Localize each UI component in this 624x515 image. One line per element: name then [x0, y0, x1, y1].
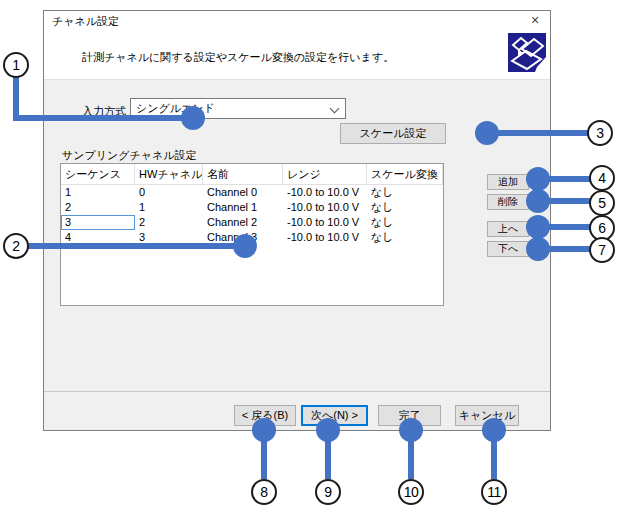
callout-dot-11: [482, 418, 506, 442]
callout-dot-1: [181, 106, 205, 130]
callout-dot-8: [252, 418, 276, 442]
column-header-scale-conversion[interactable]: スケール変換: [367, 164, 443, 184]
footer-separator: [44, 391, 550, 392]
cell-scale[interactable]: なし: [367, 185, 443, 200]
callout-11-cancel: 11: [481, 479, 507, 505]
callout-2-channel-table: 2: [3, 233, 29, 259]
callout-dot-3: [475, 121, 499, 145]
callout-7-move-down: 7: [589, 237, 615, 263]
cell-name[interactable]: Channel 2: [203, 215, 283, 230]
cell-sequence[interactable]: 1: [61, 185, 135, 200]
callout-dot-6: [526, 215, 550, 239]
add-button[interactable]: 追加: [487, 174, 529, 190]
dialog-header: チャネル設定 × 計測チャネルに関する設定やスケール変換の設定を行います。: [44, 11, 550, 80]
callout-dot-7: [526, 237, 550, 261]
callout-dot-9: [316, 418, 340, 442]
cell-sequence[interactable]: 2: [61, 200, 135, 215]
column-header-hw-channel[interactable]: HWチャネル: [135, 164, 203, 184]
table-row[interactable]: 2 1 Channel 1 -10.0 to 10.0 V なし: [61, 200, 443, 215]
callout-1-input-method: 1: [3, 52, 29, 78]
column-header-name[interactable]: 名前: [203, 164, 283, 184]
table-row[interactable]: 1 0 Channel 0 -10.0 to 10.0 V なし: [61, 185, 443, 200]
cell-name[interactable]: Channel 0: [203, 185, 283, 200]
callout-dot-5: [526, 189, 550, 213]
screenshot-canvas: チャネル設定 × 計測チャネルに関する設定やスケール変換の設定を行います。 入力…: [0, 0, 624, 515]
cell-range[interactable]: -10.0 to 10.0 V: [283, 215, 367, 230]
move-up-button[interactable]: 上へ: [487, 221, 529, 237]
chevron-down-icon: [330, 104, 340, 114]
table-row-selected[interactable]: 3 2 Channel 2 -10.0 to 10.0 V なし: [61, 215, 443, 230]
cell-range[interactable]: -10.0 to 10.0 V: [283, 200, 367, 215]
cell-range[interactable]: -10.0 to 10.0 V: [283, 185, 367, 200]
callout-5-delete: 5: [589, 190, 615, 216]
callout-3-scale-settings: 3: [587, 120, 613, 146]
cell-name[interactable]: Channel 1: [203, 200, 283, 215]
callout-dot-2: [233, 234, 257, 258]
channel-settings-dialog: チャネル設定 × 計測チャネルに関する設定やスケール変換の設定を行います。 入力…: [43, 10, 551, 431]
callout-10-finish: 10: [398, 479, 424, 505]
cell-scale[interactable]: なし: [367, 215, 443, 230]
cell-sequence-focused[interactable]: 3: [61, 215, 135, 230]
sampling-channel-section-label: サンプリングチャネル設定: [62, 148, 197, 163]
callout-dot-4: [526, 167, 550, 191]
callout-line-2: [27, 243, 245, 249]
cell-range[interactable]: -10.0 to 10.0 V: [283, 230, 367, 245]
cell-hw-channel[interactable]: 0: [135, 185, 203, 200]
callout-4-add: 4: [589, 165, 615, 191]
cell-hw-channel[interactable]: 1: [135, 200, 203, 215]
dialog-description: 計測チャネルに関する設定やスケール変換の設定を行います。: [82, 50, 394, 65]
column-header-sequence[interactable]: シーケンス: [61, 164, 135, 184]
move-down-button[interactable]: 下へ: [487, 241, 529, 257]
cell-scale[interactable]: なし: [367, 200, 443, 215]
scale-settings-button[interactable]: スケール設定: [340, 123, 446, 144]
cell-scale[interactable]: なし: [367, 230, 443, 245]
callout-dot-10: [399, 418, 423, 442]
column-header-range[interactable]: レンジ: [283, 164, 367, 184]
callout-line-1-horizontal: [13, 115, 194, 121]
callout-9-next: 9: [315, 479, 341, 505]
close-icon[interactable]: ×: [526, 12, 544, 29]
callout-line-3: [487, 130, 588, 136]
app-logo-icon: [508, 33, 546, 72]
dialog-title: チャネル設定: [52, 14, 119, 29]
cell-hw-channel[interactable]: 2: [135, 215, 203, 230]
sampling-channel-table[interactable]: シーケンス HWチャネル 名前 レンジ スケール変換 1 0 Channel 0…: [60, 163, 444, 306]
callout-8-back: 8: [251, 479, 277, 505]
table-header-row: シーケンス HWチャネル 名前 レンジ スケール変換: [61, 164, 443, 185]
delete-button[interactable]: 削除: [487, 194, 529, 210]
